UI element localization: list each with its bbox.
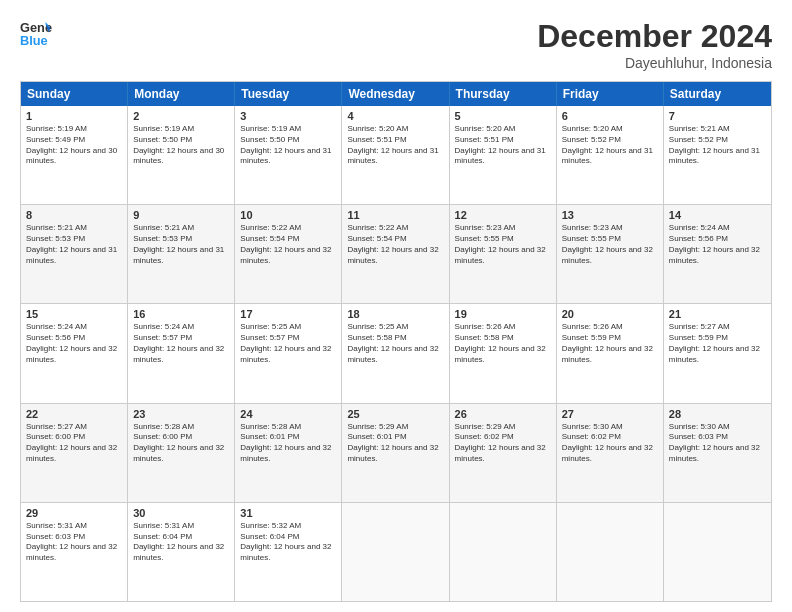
day-number: 30: [133, 507, 229, 519]
day-number: 28: [669, 408, 766, 420]
header-day-wednesday: Wednesday: [342, 82, 449, 106]
cell-info: Sunrise: 5:26 AM Sunset: 5:58 PM Dayligh…: [455, 322, 551, 365]
cell-info: Sunrise: 5:23 AM Sunset: 5:55 PM Dayligh…: [562, 223, 658, 266]
calendar-cell-5: 5Sunrise: 5:20 AM Sunset: 5:51 PM Daylig…: [450, 106, 557, 204]
calendar-cell-empty: [342, 503, 449, 601]
cell-info: Sunrise: 5:20 AM Sunset: 5:52 PM Dayligh…: [562, 124, 658, 167]
calendar: SundayMondayTuesdayWednesdayThursdayFrid…: [20, 81, 772, 602]
day-number: 21: [669, 308, 766, 320]
day-number: 16: [133, 308, 229, 320]
day-number: 5: [455, 110, 551, 122]
cell-info: Sunrise: 5:29 AM Sunset: 6:01 PM Dayligh…: [347, 422, 443, 465]
calendar-body: 1Sunrise: 5:19 AM Sunset: 5:49 PM Daylig…: [21, 106, 771, 601]
cell-info: Sunrise: 5:20 AM Sunset: 5:51 PM Dayligh…: [347, 124, 443, 167]
logo: General Blue: [20, 18, 56, 50]
cell-info: Sunrise: 5:28 AM Sunset: 6:00 PM Dayligh…: [133, 422, 229, 465]
header-day-sunday: Sunday: [21, 82, 128, 106]
cell-info: Sunrise: 5:24 AM Sunset: 5:56 PM Dayligh…: [26, 322, 122, 365]
day-number: 2: [133, 110, 229, 122]
calendar-cell-2: 2Sunrise: 5:19 AM Sunset: 5:50 PM Daylig…: [128, 106, 235, 204]
cell-info: Sunrise: 5:24 AM Sunset: 5:56 PM Dayligh…: [669, 223, 766, 266]
calendar-cell-17: 17Sunrise: 5:25 AM Sunset: 5:57 PM Dayli…: [235, 304, 342, 402]
day-number: 22: [26, 408, 122, 420]
location-title: Dayeuhluhur, Indonesia: [537, 55, 772, 71]
calendar-row-1: 8Sunrise: 5:21 AM Sunset: 5:53 PM Daylig…: [21, 204, 771, 303]
cell-info: Sunrise: 5:22 AM Sunset: 5:54 PM Dayligh…: [240, 223, 336, 266]
header-day-thursday: Thursday: [450, 82, 557, 106]
calendar-cell-12: 12Sunrise: 5:23 AM Sunset: 5:55 PM Dayli…: [450, 205, 557, 303]
day-number: 3: [240, 110, 336, 122]
cell-info: Sunrise: 5:23 AM Sunset: 5:55 PM Dayligh…: [455, 223, 551, 266]
cell-info: Sunrise: 5:31 AM Sunset: 6:03 PM Dayligh…: [26, 521, 122, 564]
calendar-cell-7: 7Sunrise: 5:21 AM Sunset: 5:52 PM Daylig…: [664, 106, 771, 204]
cell-info: Sunrise: 5:21 AM Sunset: 5:53 PM Dayligh…: [26, 223, 122, 266]
cell-info: Sunrise: 5:22 AM Sunset: 5:54 PM Dayligh…: [347, 223, 443, 266]
calendar-header: SundayMondayTuesdayWednesdayThursdayFrid…: [21, 82, 771, 106]
calendar-cell-31: 31Sunrise: 5:32 AM Sunset: 6:04 PM Dayli…: [235, 503, 342, 601]
calendar-cell-25: 25Sunrise: 5:29 AM Sunset: 6:01 PM Dayli…: [342, 404, 449, 502]
calendar-row-0: 1Sunrise: 5:19 AM Sunset: 5:49 PM Daylig…: [21, 106, 771, 204]
calendar-cell-20: 20Sunrise: 5:26 AM Sunset: 5:59 PM Dayli…: [557, 304, 664, 402]
cell-info: Sunrise: 5:30 AM Sunset: 6:02 PM Dayligh…: [562, 422, 658, 465]
calendar-cell-4: 4Sunrise: 5:20 AM Sunset: 5:51 PM Daylig…: [342, 106, 449, 204]
day-number: 15: [26, 308, 122, 320]
calendar-cell-empty: [450, 503, 557, 601]
calendar-cell-6: 6Sunrise: 5:20 AM Sunset: 5:52 PM Daylig…: [557, 106, 664, 204]
calendar-cell-8: 8Sunrise: 5:21 AM Sunset: 5:53 PM Daylig…: [21, 205, 128, 303]
day-number: 6: [562, 110, 658, 122]
day-number: 11: [347, 209, 443, 221]
header-day-monday: Monday: [128, 82, 235, 106]
calendar-cell-23: 23Sunrise: 5:28 AM Sunset: 6:00 PM Dayli…: [128, 404, 235, 502]
header-day-saturday: Saturday: [664, 82, 771, 106]
day-number: 26: [455, 408, 551, 420]
cell-info: Sunrise: 5:19 AM Sunset: 5:50 PM Dayligh…: [133, 124, 229, 167]
cell-info: Sunrise: 5:29 AM Sunset: 6:02 PM Dayligh…: [455, 422, 551, 465]
calendar-cell-28: 28Sunrise: 5:30 AM Sunset: 6:03 PM Dayli…: [664, 404, 771, 502]
calendar-row-4: 29Sunrise: 5:31 AM Sunset: 6:03 PM Dayli…: [21, 502, 771, 601]
day-number: 25: [347, 408, 443, 420]
day-number: 14: [669, 209, 766, 221]
calendar-cell-21: 21Sunrise: 5:27 AM Sunset: 5:59 PM Dayli…: [664, 304, 771, 402]
cell-info: Sunrise: 5:27 AM Sunset: 6:00 PM Dayligh…: [26, 422, 122, 465]
cell-info: Sunrise: 5:21 AM Sunset: 5:53 PM Dayligh…: [133, 223, 229, 266]
day-number: 7: [669, 110, 766, 122]
header-day-friday: Friday: [557, 82, 664, 106]
day-number: 17: [240, 308, 336, 320]
cell-info: Sunrise: 5:25 AM Sunset: 5:58 PM Dayligh…: [347, 322, 443, 365]
calendar-cell-10: 10Sunrise: 5:22 AM Sunset: 5:54 PM Dayli…: [235, 205, 342, 303]
calendar-cell-26: 26Sunrise: 5:29 AM Sunset: 6:02 PM Dayli…: [450, 404, 557, 502]
cell-info: Sunrise: 5:25 AM Sunset: 5:57 PM Dayligh…: [240, 322, 336, 365]
day-number: 29: [26, 507, 122, 519]
calendar-cell-3: 3Sunrise: 5:19 AM Sunset: 5:50 PM Daylig…: [235, 106, 342, 204]
calendar-cell-30: 30Sunrise: 5:31 AM Sunset: 6:04 PM Dayli…: [128, 503, 235, 601]
calendar-cell-13: 13Sunrise: 5:23 AM Sunset: 5:55 PM Dayli…: [557, 205, 664, 303]
cell-info: Sunrise: 5:24 AM Sunset: 5:57 PM Dayligh…: [133, 322, 229, 365]
cell-info: Sunrise: 5:21 AM Sunset: 5:52 PM Dayligh…: [669, 124, 766, 167]
day-number: 10: [240, 209, 336, 221]
day-number: 8: [26, 209, 122, 221]
calendar-cell-9: 9Sunrise: 5:21 AM Sunset: 5:53 PM Daylig…: [128, 205, 235, 303]
calendar-row-2: 15Sunrise: 5:24 AM Sunset: 5:56 PM Dayli…: [21, 303, 771, 402]
calendar-cell-29: 29Sunrise: 5:31 AM Sunset: 6:03 PM Dayli…: [21, 503, 128, 601]
day-number: 18: [347, 308, 443, 320]
calendar-cell-16: 16Sunrise: 5:24 AM Sunset: 5:57 PM Dayli…: [128, 304, 235, 402]
day-number: 19: [455, 308, 551, 320]
day-number: 20: [562, 308, 658, 320]
day-number: 13: [562, 209, 658, 221]
calendar-cell-15: 15Sunrise: 5:24 AM Sunset: 5:56 PM Dayli…: [21, 304, 128, 402]
calendar-cell-22: 22Sunrise: 5:27 AM Sunset: 6:00 PM Dayli…: [21, 404, 128, 502]
header: General Blue December 2024 Dayeuhluhur, …: [20, 18, 772, 71]
day-number: 23: [133, 408, 229, 420]
calendar-cell-11: 11Sunrise: 5:22 AM Sunset: 5:54 PM Dayli…: [342, 205, 449, 303]
calendar-cell-18: 18Sunrise: 5:25 AM Sunset: 5:58 PM Dayli…: [342, 304, 449, 402]
day-number: 9: [133, 209, 229, 221]
cell-info: Sunrise: 5:19 AM Sunset: 5:50 PM Dayligh…: [240, 124, 336, 167]
day-number: 4: [347, 110, 443, 122]
cell-info: Sunrise: 5:26 AM Sunset: 5:59 PM Dayligh…: [562, 322, 658, 365]
cell-info: Sunrise: 5:28 AM Sunset: 6:01 PM Dayligh…: [240, 422, 336, 465]
day-number: 12: [455, 209, 551, 221]
cell-info: Sunrise: 5:31 AM Sunset: 6:04 PM Dayligh…: [133, 521, 229, 564]
day-number: 27: [562, 408, 658, 420]
calendar-row-3: 22Sunrise: 5:27 AM Sunset: 6:00 PM Dayli…: [21, 403, 771, 502]
title-block: December 2024 Dayeuhluhur, Indonesia: [537, 18, 772, 71]
